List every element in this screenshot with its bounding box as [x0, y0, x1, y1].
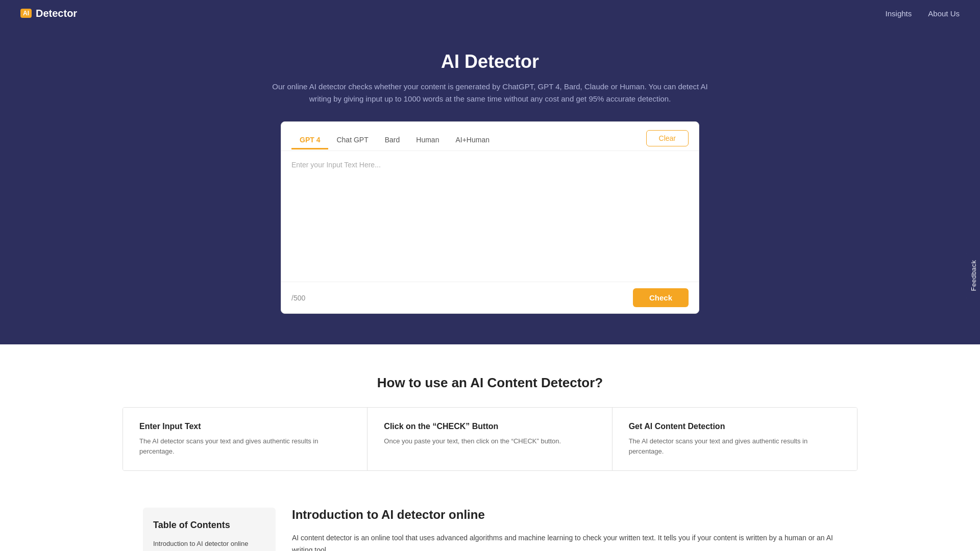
hero-section: AI Detector Our online AI detector check… — [0, 27, 980, 344]
step-2-desc: Once you paste your text, then click on … — [384, 436, 595, 446]
detector-footer: /500 Check — [281, 282, 699, 313]
article-para-0: AI content detector is an online tool th… — [292, 532, 837, 551]
textarea-wrapper — [281, 151, 699, 282]
step-1-desc: The AI detector scans your text and give… — [139, 436, 351, 456]
clear-button[interactable]: Clear — [646, 130, 689, 146]
ai-badge: AI — [20, 9, 32, 18]
content-section: Table of Contents Introduction to AI det… — [122, 491, 857, 551]
article-title: Introduction to AI detector online — [292, 508, 837, 522]
step-3-title: Get AI Content Detection — [629, 422, 841, 431]
step-3-desc: The AI detector scans your text and give… — [629, 436, 841, 456]
step-2: Click on the “CHECK” Button Once you pas… — [368, 408, 612, 470]
navbar: AI Detector Insights About Us — [0, 0, 980, 27]
toc-title: Table of Contents — [153, 520, 265, 531]
tab-gpt4[interactable]: GPT 4 — [291, 132, 328, 149]
feedback-tab[interactable]: Feedback — [966, 251, 980, 300]
steps-grid: Enter Input Text The AI detector scans y… — [122, 407, 857, 471]
tab-human[interactable]: Human — [408, 132, 447, 149]
nav-about[interactable]: About Us — [928, 9, 960, 18]
how-title: How to use an AI Content Detector? — [20, 375, 960, 391]
step-1: Enter Input Text The AI detector scans y… — [123, 408, 368, 470]
check-button[interactable]: Check — [633, 288, 689, 307]
hero-description: Our online AI detector checks whether yo… — [260, 81, 720, 105]
tab-chatgpt[interactable]: Chat GPT — [328, 132, 376, 149]
how-section: How to use an AI Content Detector? Enter… — [0, 344, 980, 491]
detector-header: GPT 4 Chat GPT Bard Human AI+Human Clear — [281, 122, 699, 151]
brand-logo[interactable]: AI Detector — [20, 8, 77, 19]
text-input[interactable] — [291, 159, 689, 271]
detector-card: GPT 4 Chat GPT Bard Human AI+Human Clear… — [281, 121, 699, 314]
article: Introduction to AI detector online AI co… — [292, 508, 837, 551]
word-count: /500 — [291, 294, 305, 302]
tab-aihuman[interactable]: AI+Human — [447, 132, 498, 149]
step-2-title: Click on the “CHECK” Button — [384, 422, 595, 431]
nav-links: Insights About Us — [886, 9, 960, 18]
brand-name: Detector — [36, 8, 77, 19]
tab-bard[interactable]: Bard — [377, 132, 408, 149]
tab-group: GPT 4 Chat GPT Bard Human AI+Human — [291, 132, 498, 149]
hero-title: AI Detector — [10, 51, 970, 72]
toc-sidebar: Table of Contents Introduction to AI det… — [143, 508, 276, 551]
toc-list: Introduction to AI detector online Featu… — [153, 539, 265, 551]
step-1-title: Enter Input Text — [139, 422, 351, 431]
nav-insights[interactable]: Insights — [886, 9, 912, 18]
toc-item-0[interactable]: Introduction to AI detector online — [153, 540, 248, 547]
step-3: Get AI Content Detection The AI detector… — [612, 408, 857, 470]
